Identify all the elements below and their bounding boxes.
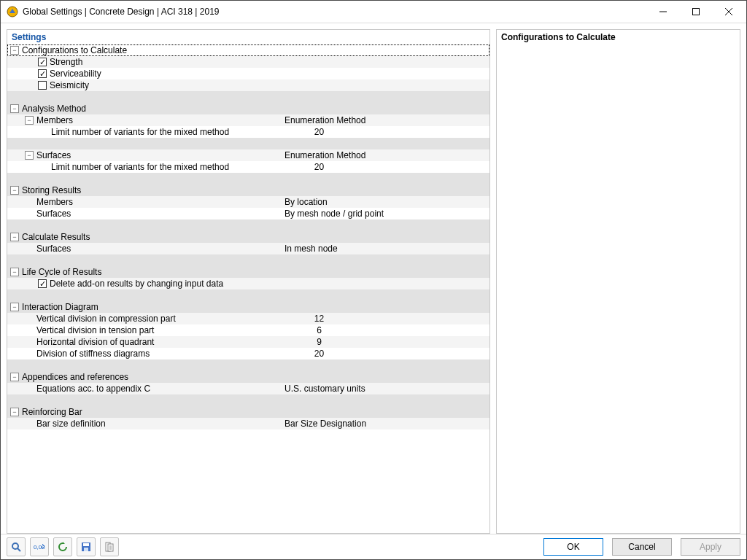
app-icon [7, 6, 18, 18]
analysis-surfaces-limit[interactable]: Limit number of variants for the mixed m… [7, 161, 489, 173]
checkbox-strength[interactable] [38, 58, 47, 66]
collapse-icon[interactable]: − [10, 373, 19, 381]
detail-header: Configurations to Calculate [497, 30, 740, 44]
row-value[interactable]: 20 [285, 349, 354, 359]
reload-icon[interactable] [53, 537, 72, 556]
row-label: Division of stiffness diagrams [36, 349, 285, 359]
minimize-button[interactable] [646, 1, 679, 23]
analysis-members[interactable]: − Members Enumeration Method [7, 114, 489, 126]
row-label: Vertical division in tension part [36, 325, 285, 335]
row-value[interactable]: 20 [285, 127, 354, 137]
section-calculate-results[interactable]: − Calculate Results [7, 231, 489, 243]
section-label: Configurations to Calculate [22, 45, 489, 55]
section-label: Interaction Diagram [22, 302, 489, 312]
row-label: Surfaces [36, 209, 285, 219]
spacer [7, 138, 489, 149]
intdiag-vdiv-compression[interactable]: Vertical division in compression part 12 [7, 313, 489, 324]
intdiag-vdiv-tension[interactable]: Vertical division in tension part 6 [7, 324, 489, 336]
intdiag-hdiv-quadrant[interactable]: Horizontal division of quadrant 9 [7, 336, 489, 348]
close-button[interactable] [712, 1, 745, 23]
checkbox-serviceability[interactable] [38, 69, 47, 78]
row-value[interactable]: Bar Size Designation [285, 419, 430, 429]
section-analysis-method[interactable]: − Analysis Method [7, 103, 489, 114]
svg-point-5 [12, 543, 18, 549]
collapse-icon[interactable]: − [10, 303, 19, 311]
section-label: Calculate Results [22, 232, 489, 242]
option-label: Strength [50, 57, 82, 67]
collapse-icon[interactable]: − [10, 233, 19, 241]
row-value[interactable]: U.S. customary units [285, 384, 430, 394]
row-value[interactable]: 6 [285, 325, 354, 335]
collapse-icon[interactable]: − [10, 46, 19, 55]
row-value[interactable]: In mesh node [285, 244, 430, 254]
section-configurations-to-calculate[interactable]: − Configurations to Calculate [7, 44, 489, 56]
section-label: Life Cycle of Results [22, 267, 489, 277]
row-label: Surfaces [36, 150, 285, 160]
option-seismicity[interactable]: Seismicity [7, 79, 489, 91]
collapse-icon[interactable]: − [10, 104, 19, 113]
section-storing-results[interactable]: − Storing Results [7, 184, 489, 196]
section-label: Storing Results [22, 185, 489, 195]
spacer [7, 289, 489, 301]
cancel-button[interactable]: Cancel [612, 538, 672, 556]
spacer [7, 394, 489, 406]
row-label: Members [36, 197, 285, 207]
collapse-icon[interactable]: − [25, 116, 34, 125]
collapse-icon[interactable]: − [10, 268, 19, 276]
svg-rect-9 [83, 543, 89, 546]
row-value[interactable]: By mesh node / grid point [285, 209, 430, 219]
titlebar: Global Settings | Concrete Design | ACI … [1, 1, 746, 23]
precision-icon[interactable]: 0,00 [30, 537, 49, 556]
window-title: Global Settings | Concrete Design | ACI … [23, 7, 646, 17]
option-label: Serviceability [50, 69, 101, 79]
row-value[interactable]: 20 [285, 162, 354, 172]
settings-header: Settings [7, 30, 489, 44]
detail-panel: Configurations to Calculate [496, 29, 740, 534]
row-label: Surfaces [36, 244, 285, 254]
ok-button[interactable]: OK [543, 538, 603, 556]
row-label: Bar size definition [36, 419, 285, 429]
content-area: Settings − Configurations to Calculate S… [1, 23, 746, 534]
settings-tree[interactable]: − Configurations to Calculate Strength S… [7, 44, 489, 533]
collapse-icon[interactable]: − [25, 151, 34, 160]
reinfbar-barsize[interactable]: Bar size definition Bar Size Designation [7, 418, 489, 429]
row-value[interactable]: Enumeration Method [285, 115, 416, 125]
row-value[interactable]: By location [285, 197, 430, 207]
appendices-eq-appendix-c[interactable]: Equations acc. to appendix C U.S. custom… [7, 383, 489, 394]
spacer [7, 254, 489, 266]
detail-body [497, 44, 740, 533]
option-serviceability[interactable]: Serviceability [7, 68, 489, 79]
section-interaction-diagram[interactable]: − Interaction Diagram [7, 301, 489, 313]
apply-button[interactable]: Apply [681, 538, 740, 556]
section-life-cycle[interactable]: − Life Cycle of Results [7, 266, 489, 278]
dialog-footer: 0,00 OK Cancel Apply [1, 534, 746, 559]
maximize-button[interactable] [679, 1, 712, 23]
row-label: Horizontal division of quadrant [36, 337, 285, 347]
row-label: Vertical division in compression part [36, 314, 285, 324]
section-label: Reinforcing Bar [22, 407, 489, 417]
lifecycle-delete[interactable]: Delete add-on results by changing input … [7, 278, 489, 289]
section-appendices[interactable]: − Appendices and references [7, 371, 489, 383]
checkbox-seismicity[interactable] [38, 81, 47, 90]
row-label: Delete add-on results by changing input … [50, 279, 223, 289]
analysis-members-limit[interactable]: Limit number of variants for the mixed m… [7, 126, 489, 138]
collapse-icon[interactable]: − [10, 408, 19, 416]
row-value[interactable]: Enumeration Method [285, 150, 416, 160]
log-icon[interactable] [100, 537, 119, 556]
analysis-surfaces[interactable]: − Surfaces Enumeration Method [7, 149, 489, 161]
intdiag-stiffness-div[interactable]: Division of stiffness diagrams 20 [7, 348, 489, 359]
row-value[interactable]: 9 [285, 337, 354, 347]
row-value[interactable]: 12 [285, 314, 354, 324]
option-strength[interactable]: Strength [7, 56, 489, 68]
section-reinforcing-bar[interactable]: − Reinforcing Bar [7, 406, 489, 418]
collapse-icon[interactable]: − [10, 186, 19, 195]
calcres-surfaces[interactable]: Surfaces In mesh node [7, 243, 489, 254]
search-icon[interactable] [7, 537, 26, 556]
storing-members[interactable]: Members By location [7, 196, 489, 208]
spacer [7, 219, 489, 231]
spacer [7, 173, 489, 184]
storing-surfaces[interactable]: Surfaces By mesh node / grid point [7, 208, 489, 219]
checkbox-delete-addon[interactable] [38, 279, 47, 288]
save-icon[interactable] [77, 537, 96, 556]
row-label: Equations acc. to appendix C [36, 384, 285, 394]
